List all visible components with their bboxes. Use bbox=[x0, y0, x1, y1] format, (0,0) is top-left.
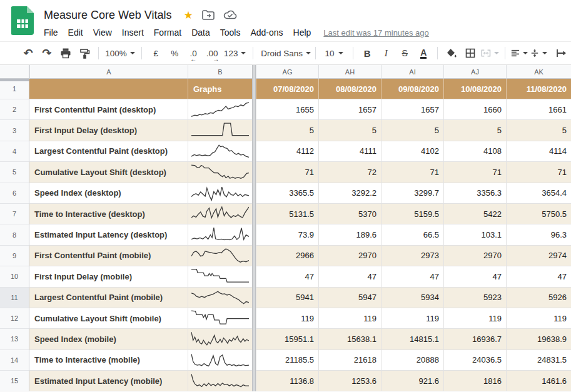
value-cell[interactable]: 1657 bbox=[318, 99, 381, 120]
value-cell[interactable]: 66.5 bbox=[381, 224, 443, 245]
header-cell-empty[interactable] bbox=[29, 79, 188, 99]
value-cell[interactable]: 1657 bbox=[381, 99, 443, 120]
metric-cell[interactable]: Cumulative Layout Shift (mobile) bbox=[29, 308, 188, 329]
value-cell[interactable]: 5422 bbox=[443, 204, 506, 224]
metric-cell[interactable]: First Contentful Paint (desktop) bbox=[29, 99, 188, 120]
value-cell[interactable]: 71 bbox=[443, 162, 506, 183]
row-number[interactable]: 8 bbox=[0, 224, 29, 245]
value-cell[interactable]: 5 bbox=[381, 120, 443, 141]
row-number[interactable]: 9 bbox=[0, 246, 29, 266]
sparkline-cell[interactable] bbox=[188, 329, 252, 349]
value-cell[interactable]: 103.1 bbox=[443, 224, 506, 245]
metric-cell[interactable]: Speed Index (desktop) bbox=[29, 183, 188, 204]
date-header-cell[interactable]: 09/08/2020 bbox=[381, 79, 443, 99]
value-cell[interactable]: 4102 bbox=[381, 141, 443, 162]
metric-cell[interactable]: Largest Contentful Paint (mobile) bbox=[29, 288, 188, 308]
column-header-aj[interactable]: AJ bbox=[443, 65, 506, 79]
row-number[interactable]: 11 bbox=[0, 288, 29, 308]
value-cell[interactable]: 5926 bbox=[506, 288, 571, 308]
increase-decimal-button[interactable]: .00 → bbox=[204, 45, 220, 61]
value-cell[interactable]: 5947 bbox=[318, 288, 381, 308]
value-cell[interactable]: 1136.8 bbox=[256, 371, 318, 391]
undo-button[interactable]: ↶ bbox=[20, 45, 36, 61]
menu-item-edit[interactable]: Edit bbox=[63, 26, 88, 39]
value-cell[interactable]: 2974 bbox=[506, 246, 571, 266]
date-header-cell[interactable]: 08/08/2020 bbox=[318, 79, 381, 99]
value-cell[interactable]: 24831.5 bbox=[506, 350, 571, 371]
vertical-align-button[interactable] bbox=[530, 45, 547, 61]
menu-item-help[interactable]: Help bbox=[288, 26, 316, 39]
value-cell[interactable]: 5923 bbox=[443, 288, 506, 308]
sparkline-cell[interactable] bbox=[188, 266, 252, 287]
sparkline-cell[interactable] bbox=[188, 204, 252, 224]
sparkline-cell[interactable] bbox=[188, 371, 252, 391]
font-family-select[interactable]: Droid Sans bbox=[259, 45, 309, 61]
metric-cell[interactable]: Cumulative Layout Shift (desktop) bbox=[29, 162, 188, 183]
document-title[interactable]: Measure Core Web Vitals bbox=[44, 9, 171, 22]
value-cell[interactable]: 5 bbox=[506, 120, 571, 141]
cloud-status-icon[interactable] bbox=[223, 10, 237, 20]
zoom-select[interactable]: 100% bbox=[104, 45, 136, 61]
value-cell[interactable]: 5 bbox=[256, 120, 318, 141]
value-cell[interactable]: 4111 bbox=[318, 141, 381, 162]
value-cell[interactable]: 16936.7 bbox=[443, 329, 506, 349]
value-cell[interactable]: 14815.1 bbox=[381, 329, 443, 349]
star-icon[interactable]: ★ bbox=[183, 10, 193, 21]
value-cell[interactable]: 21185.5 bbox=[256, 350, 318, 371]
sparkline-cell[interactable] bbox=[188, 350, 252, 371]
select-all-corner[interactable] bbox=[0, 65, 29, 79]
move-to-folder-icon[interactable] bbox=[202, 10, 215, 20]
value-cell[interactable]: 5 bbox=[318, 120, 381, 141]
sparkline-cell[interactable] bbox=[188, 120, 252, 141]
row-number[interactable]: 15 bbox=[0, 371, 29, 391]
column-header-b[interactable]: B bbox=[188, 65, 252, 79]
format-percent-button[interactable]: % bbox=[166, 45, 183, 61]
date-header-cell[interactable]: 07/08/2020 bbox=[256, 79, 318, 99]
metric-cell[interactable]: Largest Contentful Paint (desktop) bbox=[29, 141, 188, 162]
value-cell[interactable]: 3365.5 bbox=[256, 183, 318, 204]
value-cell[interactable]: 19638.9 bbox=[506, 329, 571, 349]
sparkline-cell[interactable] bbox=[188, 141, 252, 162]
row-number[interactable]: 14 bbox=[0, 350, 29, 371]
metric-cell[interactable]: Estimated Input Latency (desktop) bbox=[29, 224, 188, 245]
value-cell[interactable]: 47 bbox=[381, 266, 443, 287]
row-number[interactable]: 7 bbox=[0, 204, 29, 224]
metric-cell[interactable]: First Input Delay (desktop) bbox=[29, 120, 188, 141]
metric-cell[interactable]: First Input Delay (mobile) bbox=[29, 266, 188, 287]
value-cell[interactable]: 5941 bbox=[256, 288, 318, 308]
value-cell[interactable]: 4108 bbox=[443, 141, 506, 162]
value-cell[interactable]: 1655 bbox=[256, 99, 318, 120]
value-cell[interactable]: 3356.3 bbox=[443, 183, 506, 204]
column-header-ai[interactable]: AI bbox=[381, 65, 443, 79]
menu-item-file[interactable]: File bbox=[44, 26, 63, 39]
metric-cell[interactable]: Time to Interactive (mobile) bbox=[29, 350, 188, 371]
strikethrough-button[interactable]: S bbox=[397, 45, 413, 61]
format-currency-button[interactable]: £ bbox=[148, 45, 164, 61]
fill-color-button[interactable] bbox=[443, 45, 460, 61]
metric-cell[interactable]: Estimated Input Latency (mobile) bbox=[29, 371, 188, 391]
bold-button[interactable]: B bbox=[359, 45, 375, 61]
value-cell[interactable]: 71 bbox=[381, 162, 443, 183]
sparkline-cell[interactable] bbox=[188, 224, 252, 245]
value-cell[interactable]: 71 bbox=[256, 162, 318, 183]
value-cell[interactable]: 24036.5 bbox=[443, 350, 506, 371]
value-cell[interactable]: 1660 bbox=[443, 99, 506, 120]
date-header-cell[interactable]: 10/08/2020 bbox=[443, 79, 506, 99]
borders-button[interactable] bbox=[462, 45, 478, 61]
metric-cell[interactable]: Time to Interactive (desktop) bbox=[29, 204, 188, 224]
column-header-ag[interactable]: AG bbox=[256, 65, 318, 79]
menu-item-insert[interactable]: Insert bbox=[117, 26, 149, 39]
row-number[interactable]: 12 bbox=[0, 308, 29, 329]
value-cell[interactable]: 47 bbox=[506, 266, 571, 287]
value-cell[interactable]: 119 bbox=[506, 308, 571, 329]
value-cell[interactable]: 921.6 bbox=[381, 371, 443, 391]
value-cell[interactable]: 119 bbox=[381, 308, 443, 329]
menu-item-addons[interactable]: Add-ons bbox=[245, 26, 288, 39]
value-cell[interactable]: 5934 bbox=[381, 288, 443, 308]
menu-item-tools[interactable]: Tools bbox=[215, 26, 246, 39]
sparkline-cell[interactable] bbox=[188, 99, 252, 120]
value-cell[interactable]: 4112 bbox=[256, 141, 318, 162]
value-cell[interactable]: 5370 bbox=[318, 204, 381, 224]
value-cell[interactable]: 189.6 bbox=[318, 224, 381, 245]
value-cell[interactable]: 20888 bbox=[381, 350, 443, 371]
